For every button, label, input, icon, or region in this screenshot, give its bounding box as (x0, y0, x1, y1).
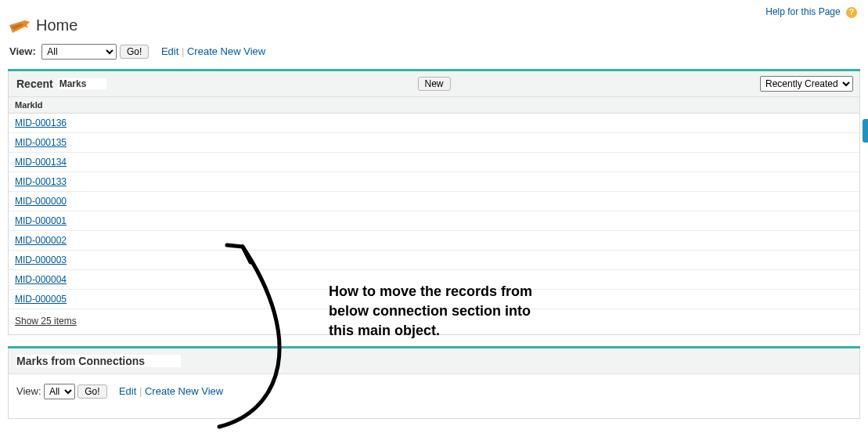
conn-create-view-link[interactable]: Create New View (145, 385, 223, 397)
conn-view-label: View: (16, 385, 41, 397)
mark-link[interactable]: MID-000136 (15, 117, 67, 128)
table-row: MID-000133 (9, 172, 859, 192)
table-row: MID-000001 (9, 211, 859, 231)
mark-link[interactable]: MID-000003 (15, 254, 67, 265)
create-view-link[interactable]: Create New View (187, 45, 265, 57)
separator: | (182, 45, 187, 57)
mark-link[interactable]: MID-000135 (15, 137, 67, 148)
table-row: MID-000135 (9, 133, 859, 153)
col-markid: MarkId (9, 97, 859, 114)
edit-view-link[interactable]: Edit (161, 45, 178, 57)
conn-go-button[interactable]: Go! (77, 384, 106, 399)
view-label: View: (9, 45, 36, 57)
mark-link[interactable]: MID-000001 (15, 215, 67, 226)
mark-link[interactable]: MID-000133 (15, 176, 67, 187)
recent-title-b: Marks (58, 78, 107, 89)
connections-section: Marks from Connections View: All Go! Edi… (8, 346, 860, 419)
mark-link[interactable]: MID-000004 (15, 274, 67, 285)
mark-link[interactable]: MID-000002 (15, 235, 67, 246)
connections-title: Marks from Connections (16, 355, 181, 367)
help-link[interactable]: Help for this Page (765, 6, 840, 17)
conn-view-select[interactable]: All (44, 384, 75, 399)
table-row: MID-000000 (9, 192, 859, 211)
help-icon[interactable]: ? (846, 7, 857, 18)
view-select[interactable]: All (41, 44, 117, 60)
mark-link[interactable]: MID-000134 (15, 157, 67, 168)
recent-marks-table: MarkId MID-000136 MID-000135 MID-000134 … (9, 97, 859, 309)
view-toolbar: View: All Go! Edit | Create New View (9, 44, 860, 60)
annotation-text: How to move the records from below conne… (329, 282, 532, 341)
table-row: MID-000002 (9, 231, 859, 251)
recent-marks-header: Recent Marks New Recently Created (9, 71, 859, 97)
page-title: Home (36, 16, 77, 34)
connections-header: Marks from Connections (9, 348, 859, 374)
conn-edit-view-link[interactable]: Edit (119, 385, 136, 397)
new-button[interactable]: New (417, 77, 450, 91)
sort-select[interactable]: Recently Created (760, 76, 853, 92)
table-row: MID-000136 (9, 114, 859, 133)
show-more-link[interactable]: Show 25 items (15, 316, 77, 327)
mark-link[interactable]: MID-000005 (15, 294, 67, 305)
go-button[interactable]: Go! (120, 45, 149, 59)
separator: | (139, 385, 145, 397)
table-row: MID-000134 (9, 153, 859, 172)
recent-title-a: Recent (16, 78, 53, 90)
home-plane-icon (8, 16, 31, 34)
page-header: Home (8, 16, 860, 34)
mark-link[interactable]: MID-000000 (15, 196, 67, 207)
side-tab[interactable] (863, 119, 868, 143)
table-row: MID-000003 (9, 251, 859, 270)
